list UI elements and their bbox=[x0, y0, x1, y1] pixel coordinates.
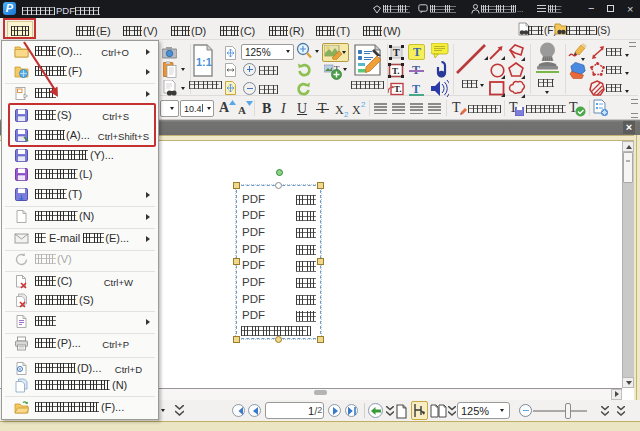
svg-text:T.: T. bbox=[394, 84, 402, 94]
svg-text:T.: T. bbox=[392, 66, 400, 76]
svg-text:1:1: 1:1 bbox=[196, 56, 212, 68]
svg-text:T: T bbox=[393, 47, 400, 58]
